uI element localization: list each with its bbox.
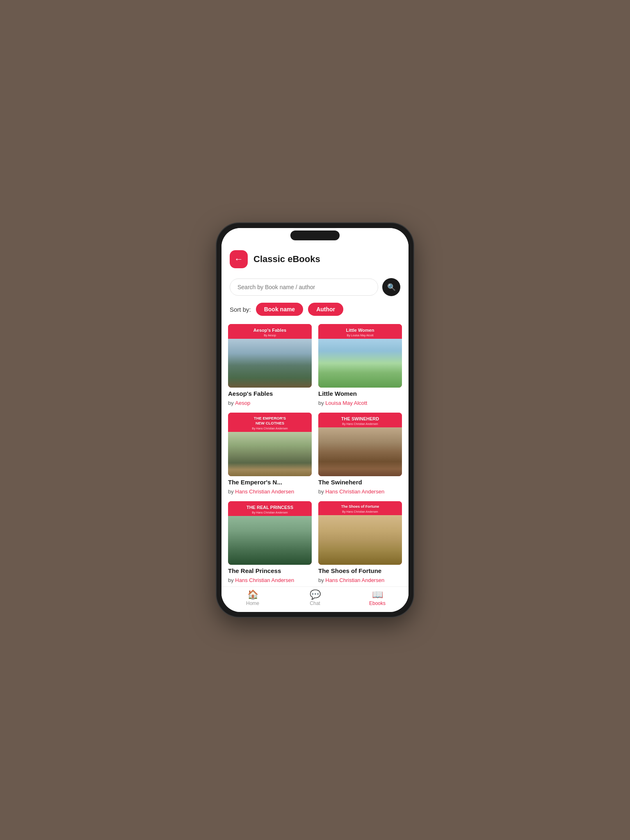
book-title: Aesop's Fables <box>228 390 312 397</box>
book-card-emperors-new-clothes[interactable]: THE EMPEROR'SNEW CLOTHES By Hans Christi… <box>228 413 312 495</box>
cover-subtitle: By Hans Christian Andersen <box>322 510 399 513</box>
phone-frame: ← Classic eBooks 🔍 Sort by: Book name Au… <box>217 223 413 617</box>
book-card-swineherd[interactable]: THE SWINEHERD By Hans Christian Andersen… <box>318 413 402 495</box>
book-title: The Real Princess <box>228 567 312 575</box>
cover-subtitle: By Hans Christian Andersen <box>231 427 308 430</box>
back-arrow-icon: ← <box>234 255 243 264</box>
cover-image-area <box>318 427 402 476</box>
nav-chat-label: Chat <box>310 600 320 606</box>
nav-item-chat[interactable]: 💬 Chat <box>284 590 346 606</box>
cover-title: THE EMPEROR'SNEW CLOTHES <box>231 416 308 426</box>
back-button[interactable]: ← <box>230 250 248 268</box>
cover-subtitle: By Aesop <box>231 334 308 337</box>
cover-subtitle: By Louisa May Alcott <box>322 334 399 337</box>
sort-section: Sort by: Book name Author <box>221 300 409 322</box>
cover-title: THE SWINEHERD <box>322 416 399 422</box>
search-input[interactable] <box>230 278 378 296</box>
book-card-real-princess[interactable]: THE REAL PRINCESS By Hans Christian Ande… <box>228 501 312 583</box>
cover-title: Aesop's Fables <box>231 327 308 333</box>
cover-image-area <box>318 515 402 565</box>
author-prefix: by <box>318 577 324 583</box>
book-title: The Emperor's N... <box>228 479 312 486</box>
cover-subtitle: By Hans Christian Andersen <box>322 422 399 425</box>
sort-by-book-name-button[interactable]: Book name <box>256 303 303 316</box>
author-name: Hans Christian Andersen <box>325 577 384 583</box>
cover-title: THE REAL PRINCESS <box>231 504 308 510</box>
phone-screen: ← Classic eBooks 🔍 Sort by: Book name Au… <box>221 228 409 612</box>
nav-item-home[interactable]: 🏠 Home <box>221 590 284 606</box>
book-cover-emperors-new-clothes: THE EMPEROR'SNEW CLOTHES By Hans Christi… <box>228 413 312 476</box>
nav-ebooks-label: Ebooks <box>369 600 386 606</box>
author-prefix: by <box>228 488 234 495</box>
cover-subtitle: By Hans Christian Andersen <box>231 511 308 514</box>
header: ← Classic eBooks <box>221 244 409 272</box>
book-author-line: by Hans Christian Andersen <box>228 488 312 495</box>
book-author-line: by Hans Christian Andersen <box>318 577 402 583</box>
cover-title: The Shoes of Fortune <box>322 504 399 509</box>
cover-header-band: THE EMPEROR'SNEW CLOTHES By Hans Christi… <box>228 413 312 432</box>
search-icon: 🔍 <box>387 283 396 292</box>
book-author-line: by Louisa May Alcott <box>318 400 402 406</box>
bottom-nav: 🏠 Home 💬 Chat 📖 Ebooks <box>221 587 409 612</box>
cover-image-area <box>228 339 312 388</box>
search-section: 🔍 <box>221 272 409 300</box>
author-name: Aesop <box>235 400 250 406</box>
search-button[interactable]: 🔍 <box>382 278 400 296</box>
page-title: Classic eBooks <box>253 254 320 265</box>
book-cover-swineherd: THE SWINEHERD By Hans Christian Andersen <box>318 413 402 476</box>
book-cover-aesops-fables: Aesop's Fables By Aesop <box>228 324 312 388</box>
sort-by-author-button[interactable]: Author <box>308 303 343 316</box>
author-name: Hans Christian Andersen <box>235 577 294 583</box>
book-author-line: by Aesop <box>228 400 312 406</box>
search-input-wrap <box>230 278 378 296</box>
phone-notch <box>290 231 340 240</box>
book-title: Little Women <box>318 390 402 397</box>
cover-header-band: Aesop's Fables By Aesop <box>228 324 312 339</box>
book-card-shoes-of-fortune[interactable]: The Shoes of Fortune By Hans Christian A… <box>318 501 402 583</box>
nav-home-label: Home <box>246 600 259 606</box>
book-cover-shoes-of-fortune: The Shoes of Fortune By Hans Christian A… <box>318 501 402 565</box>
author-name: Louisa May Alcott <box>325 400 367 406</box>
book-cover-real-princess: THE REAL PRINCESS By Hans Christian Ande… <box>228 501 312 565</box>
cover-header-band: The Shoes of Fortune By Hans Christian A… <box>318 501 402 515</box>
cover-title: Little Women <box>322 327 399 333</box>
cover-header-band: THE SWINEHERD By Hans Christian Andersen <box>318 413 402 427</box>
author-prefix: by <box>228 577 234 583</box>
cover-header-band: Little Women By Louisa May Alcott <box>318 324 402 339</box>
books-grid: Aesop's Fables By Aesop Aesop's Fables b… <box>221 322 409 587</box>
author-prefix: by <box>228 400 234 406</box>
book-author-line: by Hans Christian Andersen <box>318 488 402 495</box>
author-prefix: by <box>318 400 324 406</box>
book-cover-little-women: Little Women By Louisa May Alcott <box>318 324 402 388</box>
book-title: The Shoes of Fortune <box>318 567 402 575</box>
book-card-aesops-fables[interactable]: Aesop's Fables By Aesop Aesop's Fables b… <box>228 324 312 406</box>
cover-image-area <box>228 516 312 565</box>
app-content: ← Classic eBooks 🔍 Sort by: Book name Au… <box>221 244 409 587</box>
cover-image-area <box>228 432 312 476</box>
book-title: The Swineherd <box>318 479 402 486</box>
nav-item-ebooks[interactable]: 📖 Ebooks <box>346 590 409 606</box>
chat-icon: 💬 <box>310 590 321 599</box>
author-prefix: by <box>318 488 324 495</box>
book-card-little-women[interactable]: Little Women By Louisa May Alcott Little… <box>318 324 402 406</box>
author-name: Hans Christian Andersen <box>235 488 294 495</box>
ebooks-icon: 📖 <box>372 590 383 599</box>
home-icon: 🏠 <box>247 590 258 599</box>
cover-image-area <box>318 339 402 388</box>
author-name: Hans Christian Andersen <box>325 488 384 495</box>
cover-header-band: THE REAL PRINCESS By Hans Christian Ande… <box>228 501 312 516</box>
book-author-line: by Hans Christian Andersen <box>228 577 312 583</box>
sort-label: Sort by: <box>230 306 251 313</box>
